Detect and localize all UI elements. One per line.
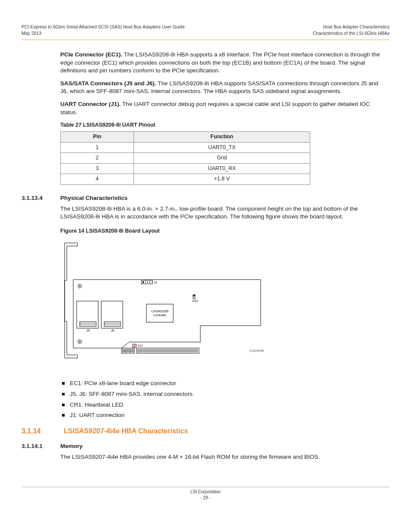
header-rule xyxy=(22,40,389,40)
svg-point-2 xyxy=(78,339,82,343)
cell-func: Gnd xyxy=(134,153,310,164)
subsection-3-1-13-4: 3.1.13.4 Physical Characteristics xyxy=(22,194,389,202)
svg-point-6 xyxy=(145,282,146,283)
svg-rect-11 xyxy=(146,304,173,322)
label-j5: J5 xyxy=(86,329,90,333)
page-footer: LSI Corporation - 29 - xyxy=(22,487,389,501)
label-controller-l2: Controller xyxy=(153,314,167,317)
subsection-title: Memory xyxy=(60,442,83,451)
table-row: 4 +1.8 V xyxy=(61,174,310,185)
component-bullet-list: EC1: PCIe x8-lane board edge connector J… xyxy=(60,380,386,420)
table27-caption: Table 27 LSISAS9208-8i UART Pinout xyxy=(60,121,386,129)
board-layout-diagram: J1 CR1 LSISAS2308 Controller J5 J6 xyxy=(60,240,271,367)
doc-date: May 2013 xyxy=(22,30,185,37)
label-j1: J1 xyxy=(154,280,158,284)
list-item: EC1: PCIe x8-lane board edge connector xyxy=(60,380,386,388)
svg-point-3 xyxy=(79,341,81,342)
physical-characteristics-body: The LSISAS9208-8i HBA is a 6.0-in. × 2.7… xyxy=(60,205,386,221)
cell-func: +1.8 V xyxy=(134,174,310,185)
svg-point-7 xyxy=(147,282,148,283)
table-row: 3 UART0_RX xyxy=(61,163,310,174)
footer-company: LSI Corporation xyxy=(22,489,389,495)
svg-rect-5 xyxy=(143,281,144,283)
header-right: Host Bus Adapter Characteristics Charact… xyxy=(313,24,389,36)
cell-func: UART0_TX xyxy=(134,142,310,153)
subsection-num: 3.1.13.4 xyxy=(22,194,60,202)
label-controller-l1: LSISAS2308 xyxy=(151,310,168,313)
svg-rect-13 xyxy=(80,322,96,327)
header-left: PCI Express to 6Gb/s Serial Attached SCS… xyxy=(22,24,185,36)
table-row: 1 UART0_TX xyxy=(61,142,310,153)
section-num: 3.1.14 xyxy=(22,426,64,436)
section-title: Characteristics of the LSI 6Gb/s HBAs xyxy=(313,30,389,37)
uart-lead: UART Connector (J1). xyxy=(60,101,121,107)
cell-pin: 3 xyxy=(61,163,134,174)
page-header: PCI Express to 6Gb/s Serial Attached SCS… xyxy=(22,24,389,36)
para-pcie-connector: PCIe Connector (EC1). The LSISAS9208-8i … xyxy=(60,51,386,75)
doc-title: PCI Express to 6Gb/s Serial Attached SCS… xyxy=(22,24,185,30)
cell-pin: 1 xyxy=(61,142,134,153)
th-function: Function xyxy=(134,132,310,143)
list-item: J1: UART connection xyxy=(60,411,386,420)
chapter-title: Host Bus Adapter Characteristics xyxy=(313,24,389,30)
th-pin: Pin xyxy=(61,132,134,143)
sas-lead: SAS/SATA Connectors (J5 and J6). xyxy=(60,80,156,87)
list-item: CR1: Heartbeat LED xyxy=(60,401,386,409)
section-title-3-1-14: LSISAS9207-4i4e HBA Characteristics xyxy=(64,426,188,436)
svg-point-1 xyxy=(79,285,81,286)
section-3-1-14: 3.1.14 LSISAS9207-4i4e HBA Characteristi… xyxy=(22,426,389,436)
svg-rect-10 xyxy=(193,295,195,296)
subsection-3-1-14-1: 3.1.14.1 Memory xyxy=(22,442,389,451)
para-sas-connectors: SAS/SATA Connectors (J5 and J6). The LSI… xyxy=(60,80,386,95)
svg-point-8 xyxy=(149,282,150,283)
list-item: J5, J6: SFF-8087 mini-SAS, internal conn… xyxy=(60,390,386,398)
memory-body: The LSISAS9207-4i4e HBA provides one 4-M… xyxy=(60,453,386,461)
label-cr1: CR1 xyxy=(192,299,198,302)
label-j6: J6 xyxy=(111,329,115,333)
subsection-title: Physical Characteristics xyxy=(60,194,128,202)
label-eci: ECI xyxy=(138,344,143,347)
table27-uart-pinout: Pin Function 1 UART0_TX 2 Gnd 3 UART0_RX… xyxy=(60,131,310,185)
subsection-num: 3.1.14.1 xyxy=(22,442,60,451)
pcie-lead: PCIe Connector (EC1). xyxy=(60,51,122,58)
cell-pin: 4 xyxy=(61,174,134,185)
footer-page-number: - 29 - xyxy=(22,495,389,501)
table-row: 2 Gnd xyxy=(61,153,310,164)
cell-func: UART0_RX xyxy=(134,163,310,174)
svg-rect-99 xyxy=(134,345,135,347)
para-uart-connector: UART Connector (J1). The UART connector … xyxy=(60,100,386,116)
cell-pin: 2 xyxy=(61,153,134,164)
figure14-caption: Figure 14 LSISAS9208-8i Board Layout xyxy=(60,227,386,235)
svg-point-0 xyxy=(78,284,82,288)
label-drawing-number: 3_01712-00 xyxy=(250,349,264,352)
